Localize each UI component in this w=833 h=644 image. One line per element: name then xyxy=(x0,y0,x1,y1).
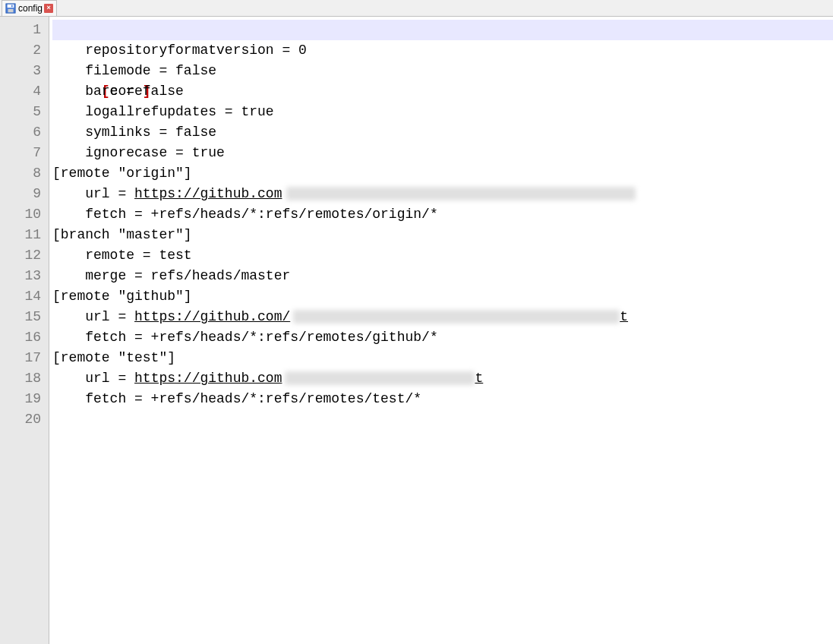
svg-rect-1 xyxy=(8,5,14,8)
redacted-text xyxy=(286,187,636,200)
code-text: logallrefupdates = true xyxy=(52,104,274,119)
code-line: [remote "test"] xyxy=(52,348,833,368)
code-text: merge = refs/heads/master xyxy=(52,268,290,283)
line-number: 17 xyxy=(0,348,49,368)
line-number: 13 xyxy=(0,266,49,286)
code-line: [core] xyxy=(52,20,833,40)
line-number: 9 xyxy=(0,184,49,204)
line-number: 6 xyxy=(0,122,49,143)
code-line: fetch = +refs/heads/*:refs/remotes/githu… xyxy=(52,327,833,348)
file-tab-config[interactable]: config × xyxy=(2,0,57,16)
redacted-text xyxy=(285,371,475,385)
line-number: 7 xyxy=(0,143,49,163)
line-number: 8 xyxy=(0,163,49,184)
line-number-gutter: 1 2 3 4 5 6 7 8 9 10 11 12 13 14 15 16 1… xyxy=(0,17,49,644)
code-text: remote = test xyxy=(52,248,192,263)
tab-filename: config xyxy=(18,3,43,14)
line-number: 4 xyxy=(0,81,49,102)
line-number: 10 xyxy=(0,204,49,225)
line-number: 16 xyxy=(0,327,49,348)
code-text-area[interactable]: [core] repositoryformatversion = 0 filem… xyxy=(49,17,833,644)
code-text: [remote "test"] xyxy=(52,350,175,365)
line-number: 12 xyxy=(0,245,49,266)
url-text: t xyxy=(475,371,483,386)
redacted-text xyxy=(293,310,620,324)
url-text: t xyxy=(620,309,628,324)
line-number: 3 xyxy=(0,61,49,81)
code-line: url = https://github.comt xyxy=(52,368,833,389)
code-text: [remote "github"] xyxy=(52,289,192,304)
code-line: symlinks = false xyxy=(52,122,833,143)
line-number: 5 xyxy=(0,102,49,122)
code-line: repositoryformatversion = 0 xyxy=(52,40,833,61)
code-line: filemode = false xyxy=(52,61,833,81)
code-line: [remote "origin"] xyxy=(52,163,833,184)
code-line: fetch = +refs/heads/*:refs/remotes/origi… xyxy=(52,204,833,225)
code-text: bare = false xyxy=(52,84,184,99)
editor: 1 2 3 4 5 6 7 8 9 10 11 12 13 14 15 16 1… xyxy=(0,17,833,644)
line-number: 20 xyxy=(0,409,49,430)
url-link[interactable]: https://github.com/ xyxy=(134,309,290,324)
code-text: fetch = +refs/heads/*:refs/remotes/test/… xyxy=(52,391,421,406)
line-number: 1 xyxy=(0,20,49,40)
line-number: 14 xyxy=(0,286,49,307)
code-line: ignorecase = true xyxy=(52,143,833,163)
svg-rect-3 xyxy=(11,5,13,8)
code-line: [branch "master"] xyxy=(52,225,833,245)
line-number: 11 xyxy=(0,225,49,245)
code-text: [branch "master"] xyxy=(52,227,192,242)
line-number: 2 xyxy=(0,40,49,61)
code-line: remote = test xyxy=(52,245,833,266)
line-number: 15 xyxy=(0,307,49,327)
code-text: ignorecase = true xyxy=(52,145,225,160)
code-text: repositoryformatversion = 0 xyxy=(52,43,307,58)
code-line: [remote "github"] xyxy=(52,286,833,307)
code-line: bare = false xyxy=(52,81,833,102)
url-link[interactable]: https://github.com xyxy=(134,371,282,386)
line-number: 19 xyxy=(0,389,49,409)
code-text: [remote "origin"] xyxy=(52,166,192,181)
code-text: filemode = false xyxy=(52,63,216,78)
code-text: fetch = +refs/heads/*:refs/remotes/origi… xyxy=(52,207,438,222)
code-line: url = https://github.com xyxy=(52,184,833,204)
code-line: fetch = +refs/heads/*:refs/remotes/test/… xyxy=(52,389,833,409)
url-link[interactable]: https://github.com xyxy=(134,186,282,201)
code-text: fetch = +refs/heads/*:refs/remotes/githu… xyxy=(52,330,438,345)
svg-rect-2 xyxy=(8,9,14,12)
code-text: url = xyxy=(52,309,134,324)
tab-bar: config × xyxy=(0,0,833,17)
file-save-icon xyxy=(5,3,16,14)
line-number: 18 xyxy=(0,368,49,389)
code-line: url = https://github.com/t xyxy=(52,307,833,327)
code-line xyxy=(52,409,833,430)
code-line: merge = refs/heads/master xyxy=(52,266,833,286)
code-text: url = xyxy=(52,186,134,201)
code-line: logallrefupdates = true xyxy=(52,102,833,122)
code-text: url = xyxy=(52,371,134,386)
tab-close-button[interactable]: × xyxy=(44,4,53,13)
code-text: symlinks = false xyxy=(52,125,216,140)
current-line-highlight xyxy=(52,20,833,40)
